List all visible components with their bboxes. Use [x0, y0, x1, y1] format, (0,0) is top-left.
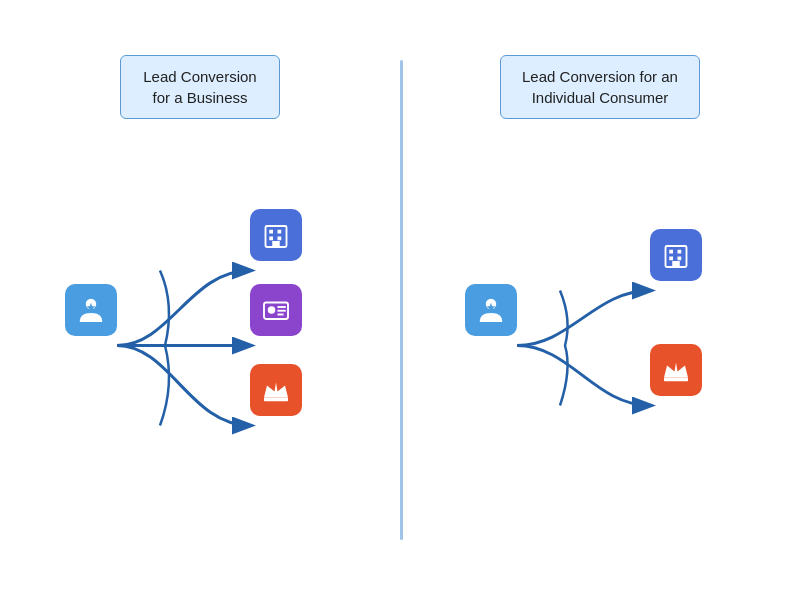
- svg-rect-7: [272, 241, 280, 247]
- svg-rect-14: [264, 398, 288, 402]
- right-lead-person-star-icon: [476, 295, 506, 325]
- right-opportunity-icon: [650, 344, 702, 396]
- svg-rect-6: [278, 237, 282, 241]
- right-title-text: Lead Conversion for an: [522, 68, 678, 85]
- svg-rect-24: [664, 378, 688, 382]
- building-icon: [261, 220, 291, 250]
- left-arrows: [10, 129, 390, 600]
- svg-rect-19: [678, 250, 682, 254]
- svg-rect-5: [269, 237, 273, 241]
- contact-card-icon: [261, 295, 291, 325]
- left-title-text2: for a Business: [152, 89, 247, 106]
- svg-marker-13: [264, 383, 288, 398]
- right-title-text2: Individual Consumer: [532, 89, 669, 106]
- svg-rect-18: [669, 250, 673, 254]
- left-title-box: Lead Conversion for a Business: [120, 55, 280, 119]
- right-panel: Lead Conversion for an Individual Consum…: [400, 0, 800, 600]
- svg-rect-3: [269, 230, 273, 234]
- right-diagram: [410, 129, 790, 600]
- right-building-icon: [661, 240, 691, 270]
- svg-rect-20: [669, 257, 673, 261]
- svg-point-9: [268, 306, 276, 314]
- crown-icon: [261, 375, 291, 405]
- right-crown-icon: [661, 355, 691, 385]
- lead-person-star-icon: [76, 295, 106, 325]
- left-panel: Lead Conversion for a Business: [0, 0, 400, 600]
- left-contact-icon: [250, 284, 302, 336]
- right-title-box: Lead Conversion for an Individual Consum…: [500, 55, 700, 119]
- left-diagram: [10, 129, 390, 600]
- left-title-text: Lead Conversion: [143, 68, 256, 85]
- svg-rect-4: [278, 230, 282, 234]
- main-container: Lead Conversion for a Business: [0, 0, 800, 600]
- right-lead-icon: [465, 284, 517, 336]
- right-account-icon: [650, 229, 702, 281]
- right-arrows: [410, 129, 790, 600]
- left-account-icon: [250, 209, 302, 261]
- left-opportunity-icon: [250, 364, 302, 416]
- svg-marker-23: [664, 363, 688, 378]
- svg-rect-22: [672, 261, 680, 267]
- left-lead-icon: [65, 284, 117, 336]
- svg-rect-21: [678, 257, 682, 261]
